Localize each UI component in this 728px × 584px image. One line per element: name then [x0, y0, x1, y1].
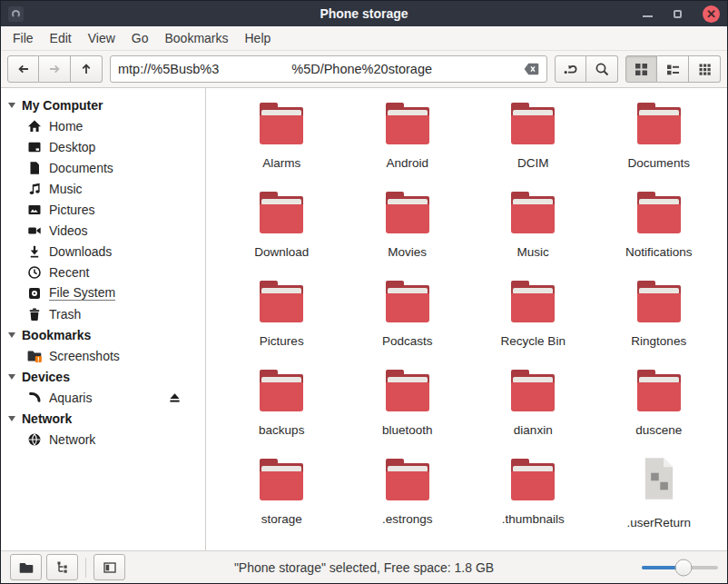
- sidebar-item-label: Downloads: [49, 244, 112, 259]
- toggle-side-pane-button[interactable]: [93, 554, 125, 580]
- folder-icon: [511, 459, 555, 500]
- file-item-bluetooth[interactable]: bluetooth: [345, 368, 471, 437]
- sidebar-item-label: File System: [49, 285, 115, 301]
- folder-icon: [511, 192, 555, 233]
- maximize-button[interactable]: [674, 10, 682, 18]
- places-pane-button[interactable]: [10, 554, 42, 580]
- file-item-pictures[interactable]: Pictures: [219, 279, 345, 348]
- menu-bookmarks[interactable]: Bookmarks: [156, 27, 236, 49]
- sidebar-item-downloads[interactable]: Downloads: [1, 241, 205, 262]
- collapse-triangle-icon[interactable]: [8, 374, 15, 380]
- sidebar-item-label: Screenshots: [49, 349, 120, 363]
- minimize-button[interactable]: [643, 15, 653, 17]
- clear-address-icon[interactable]: [524, 63, 539, 75]
- folder-icon: [386, 281, 429, 322]
- file-label: Music: [517, 245, 549, 259]
- file-item-podcasts[interactable]: Podcasts: [345, 279, 471, 348]
- sidebar-section-my-computer[interactable]: My Computer: [1, 94, 205, 115]
- sidebar-item-videos[interactable]: Videos: [1, 220, 205, 241]
- recent-icon: [27, 265, 42, 280]
- collapse-triangle-icon[interactable]: [8, 332, 15, 338]
- menu-view[interactable]: View: [80, 27, 123, 49]
- back-button[interactable]: [7, 55, 39, 83]
- folder-icon: [260, 459, 303, 500]
- phone-icon: [27, 391, 42, 405]
- folder-icon: [637, 192, 681, 233]
- file-label: backups: [259, 423, 304, 437]
- music-icon: [27, 182, 42, 196]
- sidebar-item-file-system[interactable]: File System: [1, 282, 205, 303]
- file-item-music[interactable]: Music: [470, 190, 596, 259]
- file-item-dianxin[interactable]: dianxin: [470, 368, 596, 437]
- file-icon: [639, 457, 679, 504]
- forward-button[interactable]: [39, 55, 71, 83]
- file-item-documents[interactable]: Documents: [596, 101, 723, 170]
- file-label: Documents: [628, 156, 690, 170]
- toolbar: mtp://%5Busb%3 %5D/Phone%20storage: [1, 51, 727, 88]
- file-manager-window: Phone storage ✕ FileEditViewGoBookmarksH…: [0, 0, 728, 584]
- sidebar-section-label: Bookmarks: [22, 328, 91, 342]
- file-label: storage: [261, 512, 302, 526]
- sidebar-item-label: Recent: [49, 265, 89, 280]
- file-item-dot-thumbnails[interactable]: .thumbnails: [470, 457, 596, 526]
- file-item-alarms[interactable]: Alarms: [219, 101, 345, 170]
- file-item-backups[interactable]: backups: [219, 368, 345, 437]
- sidebar-item-network[interactable]: Network: [1, 429, 205, 450]
- file-item-dot-userreturn[interactable]: .userReturn: [596, 457, 723, 530]
- sidebar-item-documents[interactable]: Documents: [1, 157, 205, 178]
- sidebar-item-aquaris[interactable]: Aquaris: [1, 387, 205, 408]
- file-item-android[interactable]: Android: [345, 101, 471, 170]
- sidebar-item-label: Pictures: [49, 203, 95, 217]
- menu-go[interactable]: Go: [123, 27, 157, 49]
- file-item-ringtones[interactable]: Ringtones: [596, 279, 723, 348]
- collapse-triangle-icon[interactable]: [8, 416, 15, 421]
- folder-icon: [386, 103, 429, 144]
- sidebar-section-label: My Computer: [22, 98, 103, 113]
- sidebar-section-devices[interactable]: Devices: [1, 366, 205, 387]
- sidebar-section-label: Devices: [22, 370, 70, 384]
- address-bar-input[interactable]: mtp://%5Busb%3 %5D/Phone%20storage: [110, 55, 547, 83]
- thumbnail-view-button[interactable]: [689, 55, 721, 83]
- sidebar-item-label: Videos: [49, 223, 88, 238]
- folder-icon: [637, 103, 681, 144]
- menu-edit[interactable]: Edit: [42, 27, 80, 49]
- videos-icon: [27, 223, 42, 238]
- file-item-recycle-bin[interactable]: Recycle Bin: [470, 279, 596, 348]
- sidebar-item-pictures[interactable]: Pictures: [1, 199, 205, 220]
- sidebar-item-screenshots[interactable]: Screenshots: [1, 345, 205, 366]
- compact-view-button[interactable]: [657, 55, 689, 83]
- sidebar-item-music[interactable]: Music: [1, 178, 205, 199]
- sidebar-item-recent[interactable]: Recent: [1, 262, 205, 282]
- icon-view-button[interactable]: [625, 55, 657, 83]
- file-item-dot-estrongs[interactable]: .estrongs: [345, 457, 471, 526]
- menubar: FileEditViewGoBookmarksHelp: [1, 26, 727, 51]
- sidebar-item-trash[interactable]: Trash: [1, 303, 205, 324]
- zoom-slider[interactable]: [642, 559, 718, 577]
- home-icon: [27, 119, 42, 134]
- sidebar-section-bookmarks[interactable]: Bookmarks: [1, 324, 205, 345]
- menu-file[interactable]: File: [5, 27, 42, 49]
- tree-pane-button[interactable]: [46, 554, 78, 580]
- file-item-notifications[interactable]: Notifications: [596, 190, 723, 259]
- collapse-triangle-icon[interactable]: [8, 103, 15, 108]
- file-label: .userReturn: [626, 516, 691, 530]
- file-item-storage[interactable]: storage: [219, 457, 345, 526]
- network-icon: [27, 432, 42, 447]
- file-item-movies[interactable]: Movies: [345, 190, 471, 259]
- sidebar-item-home[interactable]: Home: [1, 115, 205, 136]
- up-button[interactable]: [71, 55, 103, 83]
- file-item-duscene[interactable]: duscene: [596, 368, 723, 437]
- close-button[interactable]: ✕: [703, 5, 720, 23]
- eject-button[interactable]: [168, 391, 182, 404]
- jump-to-button[interactable]: [555, 55, 586, 83]
- file-label: Pictures: [260, 334, 304, 348]
- menu-help[interactable]: Help: [237, 27, 280, 49]
- sidebar-item-label: Network: [49, 432, 95, 447]
- search-button[interactable]: [586, 55, 618, 83]
- sidebar-section-network[interactable]: Network: [1, 408, 205, 429]
- file-item-download[interactable]: Download: [219, 190, 345, 259]
- file-item-dcim[interactable]: DCIM: [470, 101, 596, 170]
- statusbar-separator: [85, 558, 86, 578]
- sidebar-item-desktop[interactable]: Desktop: [1, 136, 205, 157]
- zoom-slider-knob[interactable]: [675, 559, 693, 576]
